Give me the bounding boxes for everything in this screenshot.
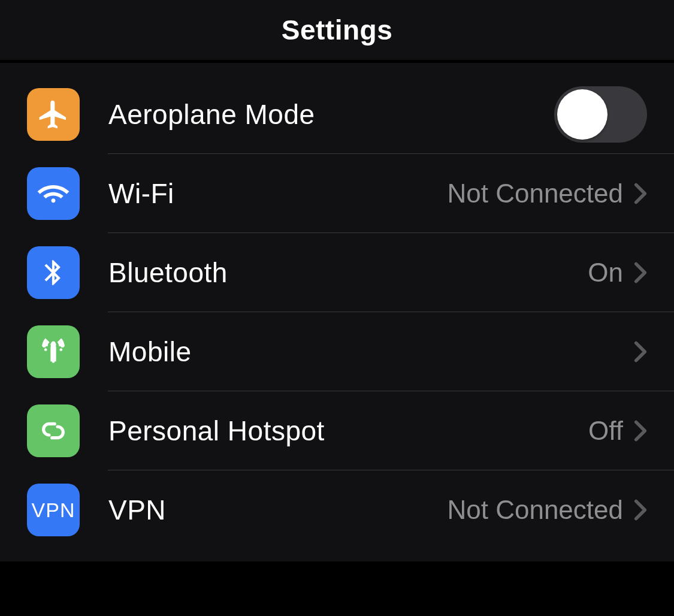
row-aeroplane-mode[interactable]: Aeroplane Mode [0,75,674,154]
row-label: Personal Hotspot [108,415,588,447]
wifi-icon [27,167,80,220]
row-vpn[interactable]: VPN VPN Not Connected [0,470,674,549]
bluetooth-icon [27,246,80,299]
chevron-right-icon [634,182,647,205]
toggle-knob [557,89,607,140]
row-label: Aeroplane Mode [108,98,554,131]
row-label: Mobile [108,336,623,368]
row-label: Wi-Fi [108,177,447,210]
airplane-icon [27,88,80,141]
vpn-icon-text: VPN [32,499,75,522]
row-label: Bluetooth [108,256,588,289]
row-mobile[interactable]: Mobile [0,312,674,391]
page-title: Settings [282,14,392,46]
cellular-icon [27,325,80,378]
row-value: Off [588,416,623,446]
row-personal-hotspot[interactable]: Personal Hotspot Off [0,391,674,470]
row-label: VPN [108,494,447,526]
row-value: Not Connected [447,495,623,525]
chevron-right-icon [634,499,647,521]
chevron-right-icon [634,419,647,442]
settings-list: Aeroplane Mode Wi-Fi Not Connected Bluet… [0,63,674,561]
vpn-icon: VPN [27,484,80,536]
chevron-right-icon [634,340,647,363]
settings-header: Settings [0,0,674,63]
row-wifi[interactable]: Wi-Fi Not Connected [0,154,674,233]
row-bluetooth[interactable]: Bluetooth On [0,233,674,312]
row-value: On [588,258,623,288]
svg-point-2 [50,342,56,348]
aeroplane-mode-toggle[interactable] [554,86,647,143]
bottom-spacer [0,561,674,616]
chevron-right-icon [634,261,647,284]
hotspot-icon [27,404,80,457]
svg-rect-1 [52,346,55,363]
row-value: Not Connected [447,179,623,209]
